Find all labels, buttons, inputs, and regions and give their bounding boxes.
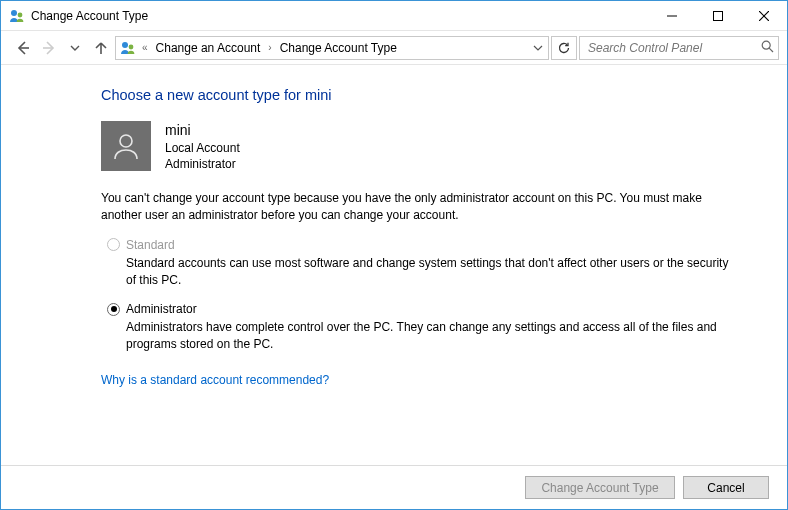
option-administrator-label: Administrator xyxy=(126,302,197,316)
help-link[interactable]: Why is a standard account recommended? xyxy=(101,373,329,387)
content-area: Choose a new account type for mini mini … xyxy=(1,65,787,465)
titlebar: Change Account Type xyxy=(1,1,787,31)
refresh-button[interactable] xyxy=(551,36,577,60)
avatar xyxy=(101,121,151,171)
option-standard-description: Standard accounts can use most software … xyxy=(126,255,731,289)
svg-point-0 xyxy=(11,10,17,16)
search-input[interactable] xyxy=(586,40,761,56)
svg-point-1 xyxy=(18,12,23,17)
option-standard-label: Standard xyxy=(126,238,175,252)
svg-rect-3 xyxy=(714,11,723,20)
radio-standard xyxy=(107,238,120,251)
breadcrumb-segment[interactable]: Change Account Type xyxy=(278,41,399,55)
option-administrator-description: Administrators have complete control ove… xyxy=(126,319,731,353)
option-administrator[interactable]: Administrator Administrators have comple… xyxy=(107,302,731,353)
change-account-type-button[interactable]: Change Account Type xyxy=(525,476,675,499)
maximize-button[interactable] xyxy=(695,1,741,31)
svg-point-12 xyxy=(120,135,132,147)
close-button[interactable] xyxy=(741,1,787,31)
search-box[interactable] xyxy=(579,36,779,60)
back-button[interactable] xyxy=(11,36,35,60)
breadcrumb-segment[interactable]: Change an Account xyxy=(154,41,263,55)
address-bar[interactable]: « Change an Account › Change Account Typ… xyxy=(115,36,549,60)
option-standard: Standard Standard accounts can use most … xyxy=(107,238,731,289)
recent-locations-button[interactable] xyxy=(63,36,87,60)
up-button[interactable] xyxy=(89,36,113,60)
option-administrator-row[interactable]: Administrator xyxy=(107,302,731,316)
window-title: Change Account Type xyxy=(31,9,148,23)
chevron-right-icon: › xyxy=(266,42,273,53)
explanation-text: You can't change your account type becau… xyxy=(101,190,731,224)
user-meta: mini Local Account Administrator xyxy=(165,121,240,172)
svg-point-9 xyxy=(129,44,134,49)
forward-button[interactable] xyxy=(37,36,61,60)
svg-point-8 xyxy=(122,42,128,48)
navbar: « Change an Account › Change Account Typ… xyxy=(1,31,787,65)
svg-line-11 xyxy=(769,48,773,52)
svg-point-10 xyxy=(762,41,770,49)
minimize-button[interactable] xyxy=(649,1,695,31)
radio-administrator[interactable] xyxy=(107,303,120,316)
user-accounts-icon xyxy=(9,8,25,24)
user-accounts-icon xyxy=(120,40,136,56)
cancel-button[interactable]: Cancel xyxy=(683,476,769,499)
option-standard-row: Standard xyxy=(107,238,731,252)
user-account-kind: Local Account xyxy=(165,140,240,156)
page-heading: Choose a new account type for mini xyxy=(101,87,731,103)
search-icon xyxy=(761,40,774,56)
chevron-left-icon: « xyxy=(140,42,150,53)
account-type-options: Standard Standard accounts can use most … xyxy=(107,238,731,353)
user-summary: mini Local Account Administrator xyxy=(101,121,731,172)
user-role: Administrator xyxy=(165,156,240,172)
footer: Change Account Type Cancel xyxy=(1,465,787,509)
address-dropdown-button[interactable] xyxy=(530,43,546,53)
user-name: mini xyxy=(165,121,240,140)
